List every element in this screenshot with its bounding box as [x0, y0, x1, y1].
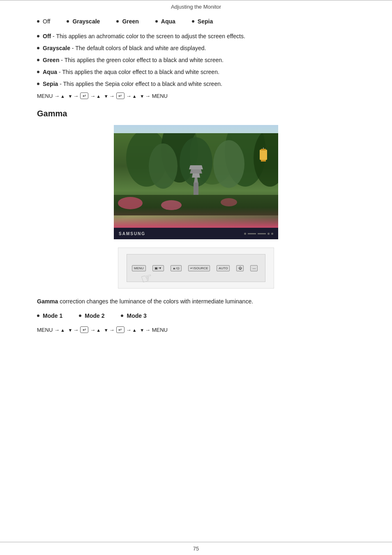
nav-sequence-1: MENU → → ↵ → → ↵ → → MENU	[37, 92, 355, 99]
osd-menu-box: MENU	[132, 265, 146, 271]
nav-arrow-3: →	[109, 93, 115, 99]
svg-marker-14	[190, 169, 202, 173]
osd-btn6-box: —	[250, 265, 258, 271]
mode-3: Mode 3	[121, 312, 146, 319]
desc-aqua: Aqua - This applies the aqua color effec…	[37, 68, 355, 76]
nav2-down-3	[140, 327, 144, 333]
nav2-arrow-5: → MENU	[145, 327, 168, 333]
nav2-arrow-3: →	[109, 327, 115, 333]
nav-up-1	[60, 93, 65, 99]
mode-1: Mode 1	[37, 312, 62, 319]
option-grayscale: Grayscale	[67, 18, 100, 25]
nav-up-3	[132, 93, 137, 99]
svg-rect-18	[261, 149, 266, 150]
desc-sepia-suffix: - This applies the Sepia color effect to…	[60, 81, 222, 87]
gamma-desc-suffix: correction changes the luminance of the …	[58, 298, 253, 305]
bullet-mode-1	[37, 314, 39, 317]
nav2-arrow-4: →	[126, 327, 131, 333]
svg-rect-16	[194, 183, 198, 195]
option-grayscale-label: Grayscale	[72, 18, 100, 25]
osd-btn3: ↵/SOURCE	[188, 265, 210, 271]
desc-sepia-term: Sepia	[43, 81, 58, 87]
monitor-brand-bar: SAMSUNG	[114, 228, 278, 239]
nav2-up-1	[60, 327, 65, 333]
osd-btn4-box: AUTO	[217, 265, 230, 271]
brand-dot-1	[244, 233, 246, 235]
mode-1-label: Mode 1	[43, 312, 62, 319]
osd-btn5-box: ⏻	[236, 265, 244, 271]
desc-green: Green - This applies the green color eff…	[37, 56, 355, 65]
desc-off-suffix: - This applies an achromatic color to th…	[53, 33, 245, 39]
svg-point-7	[213, 140, 244, 188]
mode-2-label: Mode 2	[85, 312, 104, 319]
color-descriptions: Off - This applies an achromatic color t…	[37, 32, 355, 88]
option-aqua: Aqua	[155, 18, 175, 25]
mode-3-label: Mode 3	[127, 312, 146, 319]
option-green: Green	[116, 18, 138, 25]
bullet-dot-sepia	[192, 20, 194, 23]
nav-space-3	[138, 93, 139, 99]
monitor-screen	[114, 125, 278, 228]
desc-off: Off - This applies an achromatic color t…	[37, 32, 355, 41]
nav-enter-1: ↵	[80, 92, 88, 99]
desc-sepia: Sepia - This applies the Sepia color eff…	[37, 80, 355, 88]
desc-aqua-term: Aqua	[43, 69, 57, 75]
brand-name: SAMSUNG	[119, 231, 145, 236]
osd-panel: MENU ▣/▼ ▲/◎ ↵/SOURCE AUTO ⏻ —	[118, 247, 274, 289]
bullet-dot-green	[116, 20, 119, 23]
gamma-description: Gamma correction changes the luminance o…	[37, 297, 355, 306]
monitor-image: SAMSUNG	[114, 125, 278, 239]
nav2-up-2	[96, 327, 101, 333]
scene-trees	[114, 133, 278, 215]
bullet-desc-green	[37, 59, 39, 61]
nav2-menu: MENU →	[37, 327, 60, 333]
desc-green-term: Green	[43, 57, 59, 63]
main-content: Off Grayscale Green Aqua Sepia	[0, 18, 392, 542]
desc-aqua-text: Aqua - This applies the aqua color effec…	[43, 68, 219, 76]
nav-space-2	[101, 93, 103, 99]
bullet-desc-grayscale	[37, 47, 39, 49]
desc-grayscale: Grayscale - The default colors of black …	[37, 44, 355, 53]
desc-sepia-text: Sepia - This applies the Sepia color eff…	[43, 80, 222, 88]
desc-grayscale-suffix: - The default colors of black and white …	[72, 45, 206, 51]
desc-grayscale-term: Grayscale	[43, 45, 70, 51]
nav-enter-2: ↵	[116, 92, 125, 99]
page-footer: 75	[0, 542, 392, 555]
desc-off-text: Off - This applies an achromatic color t…	[43, 32, 245, 41]
option-sepia-label: Sepia	[198, 18, 213, 25]
brand-bar-1	[248, 233, 256, 234]
nav-down-2	[104, 93, 108, 99]
bullet-desc-sepia	[37, 83, 39, 85]
gamma-heading: Gamma	[37, 109, 355, 118]
bullet-dot-off	[37, 20, 39, 23]
nav-down-1	[68, 93, 72, 99]
svg-marker-15	[189, 165, 203, 169]
osd-btn2: ▲/◎	[171, 265, 182, 271]
bullet-dot-grayscale	[67, 20, 69, 23]
nav2-arrow-2: →	[90, 327, 95, 333]
mode-2: Mode 2	[79, 312, 104, 319]
bullet-desc-aqua	[37, 71, 39, 73]
nav-space-1	[66, 93, 67, 99]
scene-flowers	[114, 207, 278, 228]
nav2-down-1	[68, 327, 72, 333]
nav2-space-2	[101, 327, 103, 333]
svg-rect-17	[260, 150, 267, 160]
nav2-arrow-1: →	[73, 327, 78, 333]
gamma-term: Gamma	[37, 298, 58, 305]
desc-green-suffix: - This applies the green color effect to…	[61, 57, 224, 63]
osd-btn5: ⏻	[236, 265, 244, 271]
option-aqua-label: Aqua	[161, 18, 175, 25]
desc-aqua-suffix: - This applies the aqua color effect to …	[59, 69, 219, 75]
svg-point-5	[149, 143, 178, 189]
desc-grayscale-text: Grayscale - The default colors of black …	[43, 44, 206, 53]
nav2-enter-1: ↵	[80, 326, 88, 333]
brand-dot-2	[267, 233, 270, 235]
bullet-desc-off	[37, 35, 39, 37]
bullet-dot-aqua	[155, 20, 158, 23]
nav-arrow-1: →	[73, 93, 78, 99]
svg-rect-19	[261, 160, 266, 162]
svg-point-11	[221, 198, 237, 206]
brand-bar-2	[258, 233, 266, 234]
mode-options-row: Mode 1 Mode 2 Mode 3	[37, 312, 355, 319]
